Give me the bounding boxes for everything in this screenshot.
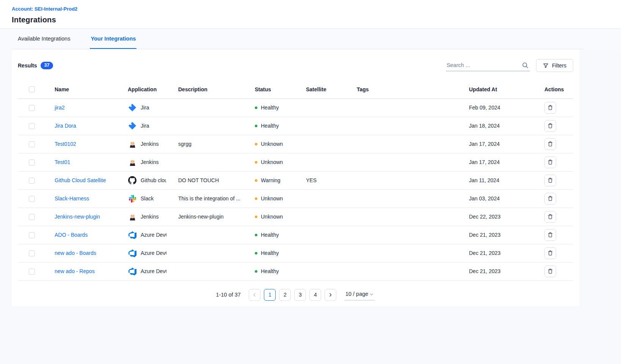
filters-label: Filters bbox=[552, 62, 566, 69]
page-title: Integrations bbox=[12, 16, 621, 24]
trash-icon bbox=[547, 177, 553, 183]
column-header-actions: Actions bbox=[533, 80, 573, 98]
filters-button[interactable]: Filters bbox=[536, 59, 573, 72]
row-checkbox[interactable] bbox=[29, 232, 35, 238]
slack-icon bbox=[128, 194, 137, 203]
row-satellite bbox=[294, 189, 345, 208]
table-row: Test0102 Jenkins sgrgg Unknown Jan 17, 2… bbox=[18, 135, 573, 153]
trash-icon bbox=[547, 159, 553, 165]
trash-icon bbox=[547, 105, 553, 111]
delete-button[interactable] bbox=[544, 156, 556, 168]
status-label: Healthy bbox=[261, 232, 279, 238]
delete-button[interactable] bbox=[544, 102, 556, 114]
tab-your-integrations[interactable]: Your Integrations bbox=[90, 29, 136, 49]
page-size-select[interactable]: 10 / page bbox=[344, 289, 375, 300]
row-name-link[interactable]: jira2 bbox=[55, 105, 64, 111]
row-satellite bbox=[294, 208, 345, 226]
app-label: Jenkins bbox=[141, 159, 158, 165]
row-name-link[interactable]: Test0102 bbox=[55, 141, 76, 147]
page-button-2[interactable]: 2 bbox=[279, 289, 291, 301]
row-updated: Dec 22, 2023 bbox=[457, 208, 533, 226]
row-description: DO NOT TOUCH bbox=[166, 171, 243, 189]
delete-button[interactable] bbox=[544, 193, 556, 205]
row-description: Jenkins-new-plugin bbox=[166, 208, 243, 226]
row-updated: Jan 03, 2024 bbox=[457, 189, 533, 208]
row-name-link[interactable]: Jira Dora bbox=[55, 123, 76, 129]
column-header-application: Application bbox=[116, 80, 166, 98]
row-name-link[interactable]: Jenkins-new-plugin bbox=[55, 214, 100, 220]
select-all-checkbox[interactable] bbox=[29, 86, 35, 92]
github-icon bbox=[128, 176, 137, 185]
jenkins-icon bbox=[128, 212, 137, 221]
app-label: Slack bbox=[141, 195, 154, 202]
azure-devops-icon bbox=[128, 267, 137, 276]
row-tags bbox=[345, 208, 457, 226]
delete-button[interactable] bbox=[544, 120, 556, 132]
status-label: Unknown bbox=[261, 195, 283, 202]
page-button-4[interactable]: 4 bbox=[309, 289, 321, 301]
row-name-link[interactable]: new ado - Boards bbox=[55, 250, 96, 256]
search-icon[interactable] bbox=[522, 62, 528, 69]
column-header-description: Description bbox=[166, 80, 243, 98]
page-button-1[interactable]: 1 bbox=[264, 289, 276, 301]
delete-button[interactable] bbox=[544, 247, 556, 259]
status-label: Unknown bbox=[261, 214, 283, 220]
row-checkbox[interactable] bbox=[29, 178, 35, 184]
table-row: jira2 Jira Healthy Feb 09, 2024 bbox=[18, 98, 573, 117]
row-tags bbox=[345, 117, 457, 135]
status-dot bbox=[255, 161, 257, 164]
delete-button[interactable] bbox=[544, 175, 556, 186]
status-dot bbox=[255, 270, 257, 273]
row-name-link[interactable]: Github Cloud Satellite bbox=[55, 177, 106, 183]
status-dot bbox=[255, 197, 257, 200]
row-updated: Jan 17, 2024 bbox=[457, 153, 533, 171]
row-satellite bbox=[294, 117, 345, 135]
integrations-table: Name Application Description Status Sate… bbox=[18, 80, 573, 281]
row-checkbox[interactable] bbox=[29, 141, 35, 147]
status-dot bbox=[255, 234, 257, 236]
row-description bbox=[166, 226, 243, 244]
status-label: Healthy bbox=[261, 250, 279, 256]
tab-available-integrations[interactable]: Available Integrations bbox=[17, 29, 71, 49]
prev-page-button[interactable] bbox=[249, 289, 260, 301]
row-checkbox[interactable] bbox=[29, 250, 35, 256]
toolbar: Results 37 Filters bbox=[12, 49, 579, 80]
row-updated: Jan 18, 2024 bbox=[457, 117, 533, 135]
row-checkbox[interactable] bbox=[29, 214, 35, 220]
app-label: Azure DevO... bbox=[141, 232, 166, 238]
results-count-badge: 37 bbox=[41, 62, 53, 69]
row-name-link[interactable]: ADO - Boards bbox=[55, 232, 88, 238]
row-checkbox[interactable] bbox=[29, 269, 35, 275]
delete-button[interactable] bbox=[544, 211, 556, 223]
account-link[interactable]: Account: SEI-Internal-Prod2 bbox=[12, 6, 77, 12]
delete-button[interactable] bbox=[544, 138, 556, 150]
app-label: Azure DevO... bbox=[141, 250, 166, 256]
row-name-link[interactable]: Slack-Harness bbox=[55, 195, 89, 202]
status-dot bbox=[255, 252, 257, 255]
pagination: 1-10 of 37 1234 10 / page bbox=[12, 281, 579, 301]
tab-strip: Available Integrations Your Integrations bbox=[0, 29, 621, 49]
status-label: Healthy bbox=[261, 268, 279, 274]
row-checkbox[interactable] bbox=[29, 196, 35, 202]
search-input[interactable] bbox=[446, 60, 530, 71]
page-button-3[interactable]: 3 bbox=[294, 289, 306, 301]
row-satellite bbox=[294, 98, 345, 117]
status-label: Unknown bbox=[261, 159, 283, 165]
table-row: Jenkins-new-plugin Jenkins Jenkins-new-p… bbox=[18, 208, 573, 226]
delete-button[interactable] bbox=[544, 266, 556, 277]
jira-icon bbox=[128, 103, 137, 112]
row-checkbox[interactable] bbox=[29, 123, 35, 129]
row-description: sgrgg bbox=[166, 135, 243, 153]
status-label: Warning bbox=[261, 177, 281, 183]
row-checkbox[interactable] bbox=[29, 159, 35, 166]
row-name-link[interactable]: Test01 bbox=[55, 159, 70, 165]
trash-icon bbox=[547, 250, 553, 256]
table-row: Test01 Jenkins Unknown Jan 17, 2024 bbox=[18, 153, 573, 171]
delete-button[interactable] bbox=[544, 229, 556, 241]
row-satellite bbox=[294, 244, 345, 262]
row-satellite bbox=[294, 153, 345, 171]
row-name-link[interactable]: new ado - Repos bbox=[55, 268, 95, 274]
row-checkbox[interactable] bbox=[29, 105, 35, 111]
row-tags bbox=[345, 226, 457, 244]
next-page-button[interactable] bbox=[325, 289, 336, 301]
